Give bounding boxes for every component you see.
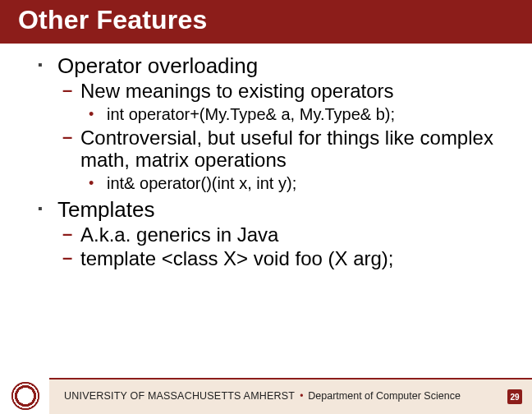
bullet-text: template <class X> void foo (X arg); [80,247,394,269]
slide-content: ▪ Operator overloading – New meanings to… [0,44,532,269]
dash-bullet-icon: – [62,80,74,101]
bullet-text: New meanings to existing operators [80,80,394,102]
square-bullet-icon: ▪ [38,197,49,220]
bullet-lvl1: ▪ Templates [38,197,507,222]
footer-text: UNIVERSITY OF MASSACHUSETTS AMHERST • De… [64,390,461,402]
bullet-lvl1: ▪ Operator overloading [38,53,507,78]
square-bullet-icon: ▪ [38,53,49,76]
slide-title: Other Features [18,5,514,35]
dash-bullet-icon: – [62,247,74,269]
dash-bullet-icon: – [62,126,74,148]
bullet-lvl3: • int& operator()(int x, int y); [89,174,507,192]
bullet-text: Controversial, but useful for things lik… [80,126,507,171]
dot-bullet-icon: • [89,105,100,123]
footer-department: Department of Computer Science [308,390,461,402]
bullet-text: Templates [57,197,155,222]
bullet-lvl3: • int operator+(My.Type& a, My.Type& b); [89,105,507,123]
bullet-lvl2: – A.k.a. generics in Java [62,223,507,246]
page-number: 29 [507,389,522,404]
footer-separator: • [300,390,303,402]
bullet-lvl2: – template <class X> void foo (X arg); [62,247,507,269]
bullet-lvl2: – New meanings to existing operators [62,80,507,102]
dash-bullet-icon: – [62,223,74,245]
title-bar: Other Features [0,0,532,44]
bullet-lvl2: – Controversial, but useful for things l… [62,126,507,171]
footer-university: UNIVERSITY OF MASSACHUSETTS AMHERST [64,390,295,402]
bullet-text: int& operator()(int x, int y); [107,174,296,192]
slide: Other Features ▪ Operator overloading – … [0,0,532,414]
bullet-text: A.k.a. generics in Java [80,223,278,246]
dot-bullet-icon: • [89,174,100,192]
footer: UNIVERSITY OF MASSACHUSETTS AMHERST • De… [0,378,532,414]
bullet-text: int operator+(My.Type& a, My.Type& b); [107,105,395,123]
bullet-text: Operator overloading [57,53,258,78]
university-seal-icon [11,382,39,410]
